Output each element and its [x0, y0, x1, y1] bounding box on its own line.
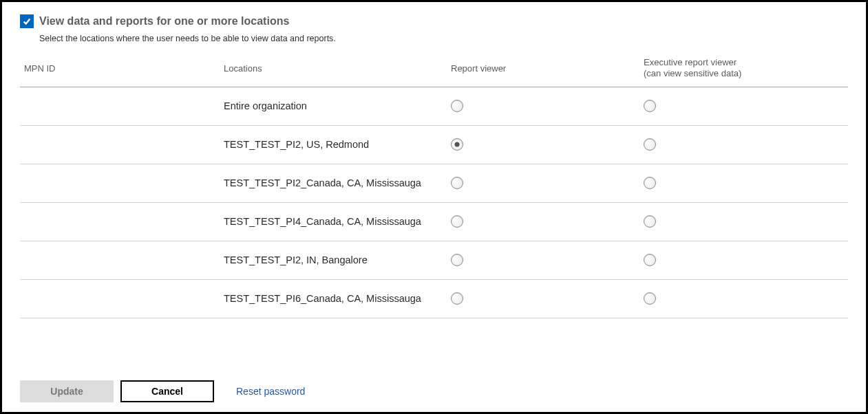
cell-location: TEST_TEST_PI4_Canada, CA, Mississauga: [224, 216, 451, 227]
exec-viewer-radio[interactable]: [644, 292, 656, 305]
report-viewer-radio[interactable]: [451, 138, 463, 151]
cell-report-viewer: [451, 215, 644, 228]
report-viewer-radio[interactable]: [451, 100, 463, 112]
section-description: Select the locations where the user need…: [39, 34, 848, 43]
table-row: Entire organization: [20, 87, 848, 126]
table-row: TEST_TEST_PI2, US, Redmond: [20, 126, 848, 164]
section-header: View data and reports for one or more lo…: [20, 14, 848, 28]
cell-location: TEST_TEST_PI2_Canada, CA, Mississauga: [224, 177, 451, 188]
table-row: TEST_TEST_PI2, IN, Bangalore: [20, 241, 848, 280]
exec-viewer-radio[interactable]: [644, 254, 656, 266]
permissions-panel: View data and reports for one or more lo…: [0, 0, 868, 414]
exec-viewer-radio[interactable]: [644, 100, 656, 112]
exec-viewer-radio[interactable]: [644, 215, 656, 228]
cell-report-viewer: [451, 292, 644, 305]
update-button[interactable]: Update: [20, 380, 114, 402]
table-row: TEST_TEST_PI2_Canada, CA, Mississauga: [20, 164, 848, 203]
cell-location: TEST_TEST_PI2, IN, Bangalore: [224, 254, 451, 265]
cancel-button[interactable]: Cancel: [120, 380, 214, 402]
cell-exec-viewer: [644, 177, 844, 189]
table-row: TEST_TEST_PI4_Canada, CA, Mississauga: [20, 203, 848, 241]
cell-exec-viewer: [644, 138, 844, 151]
cell-exec-viewer: [644, 215, 844, 228]
col-exec-viewer: Executive report viewer (can view sensit…: [644, 57, 844, 80]
exec-viewer-radio[interactable]: [644, 138, 656, 151]
view-data-checkbox[interactable]: [20, 14, 34, 28]
checkmark-icon: [22, 17, 32, 26]
table-row: TEST_TEST_PI6_Canada, CA, Mississauga: [20, 280, 848, 318]
report-viewer-radio[interactable]: [451, 254, 463, 266]
cell-report-viewer: [451, 177, 644, 189]
report-viewer-radio[interactable]: [451, 292, 463, 305]
locations-table: MPN ID Locations Report viewer Executive…: [20, 54, 848, 318]
table-body: Entire organizationTEST_TEST_PI2, US, Re…: [20, 87, 848, 318]
col-exec-viewer-line1: Executive report viewer: [644, 57, 737, 67]
exec-viewer-radio[interactable]: [644, 177, 656, 189]
cell-exec-viewer: [644, 100, 844, 112]
footer-actions: Update Cancel Reset password: [20, 380, 305, 402]
cell-report-viewer: [451, 100, 644, 112]
cell-exec-viewer: [644, 292, 844, 305]
col-locations: Locations: [224, 63, 451, 74]
cell-location: Entire organization: [224, 100, 451, 111]
cell-report-viewer: [451, 138, 644, 151]
section-title: View data and reports for one or more lo…: [39, 15, 289, 28]
cell-exec-viewer: [644, 254, 844, 266]
reset-password-link[interactable]: Reset password: [236, 386, 305, 397]
col-report-viewer: Report viewer: [451, 63, 644, 74]
col-exec-viewer-line2: (can view sensitive data): [644, 68, 741, 78]
cell-report-viewer: [451, 254, 644, 266]
table-header-row: MPN ID Locations Report viewer Executive…: [20, 54, 848, 87]
report-viewer-radio[interactable]: [451, 215, 463, 228]
cell-location: TEST_TEST_PI2, US, Redmond: [224, 139, 451, 150]
cell-location: TEST_TEST_PI6_Canada, CA, Mississauga: [224, 293, 451, 304]
col-mpn-id: MPN ID: [24, 63, 224, 74]
report-viewer-radio[interactable]: [451, 177, 463, 189]
